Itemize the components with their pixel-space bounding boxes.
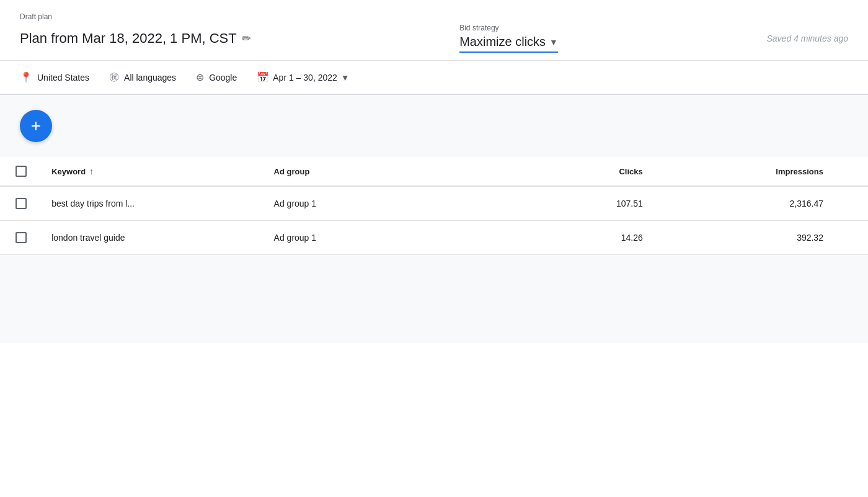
header-checkbox-col <box>0 157 42 186</box>
row-checkbox-0[interactable] <box>16 198 27 209</box>
adgroup-cell-1: Ad group 1 <box>264 221 459 255</box>
select-all-checkbox[interactable] <box>16 166 27 177</box>
location-icon: 📍 <box>20 71 32 83</box>
add-icon: + <box>31 116 41 136</box>
edit-icon[interactable]: ✏ <box>242 32 251 45</box>
bid-strategy-selector[interactable]: Maximize clicks ▼ <box>459 35 558 53</box>
adgroup-col-header[interactable]: Ad group <box>264 157 459 186</box>
filter-bar: 📍 United States ㊗ All languages ⊜ Google… <box>0 61 868 95</box>
extra-cell-1 <box>833 221 868 255</box>
table-row: london travel guide Ad group 1 14.26 392… <box>0 221 868 255</box>
network-label: Google <box>209 73 237 83</box>
adgroup-cell-0: Ad group 1 <box>264 186 459 221</box>
network-filter[interactable]: ⊜ Google <box>196 71 237 83</box>
impressions-cell-0: 2,316.47 <box>653 186 833 221</box>
row-checkbox-cell <box>0 186 42 221</box>
row-checkbox-cell <box>0 221 42 255</box>
clicks-cell-0: 107.51 <box>458 186 653 221</box>
plan-title-area: Plan from Mar 18, 2022, 1 PM, CST ✏ <box>20 30 251 47</box>
location-filter[interactable]: 📍 United States <box>20 71 89 83</box>
bid-strategy-dropdown-arrow: ▼ <box>549 37 558 47</box>
date-filter[interactable]: 📅 Apr 1 – 30, 2022 ▼ <box>257 71 349 83</box>
clicks-col-header[interactable]: Clicks <box>458 157 653 186</box>
table-section: + Keyword ↑ Ad grou <box>0 95 868 343</box>
bid-strategy-label: Bid strategy <box>459 24 498 32</box>
table-row: best day trips from l... Ad group 1 107.… <box>0 186 868 221</box>
table-body: best day trips from l... Ad group 1 107.… <box>0 186 868 255</box>
header-row: Plan from Mar 18, 2022, 1 PM, CST ✏ Bid … <box>20 24 848 53</box>
plan-title: Plan from Mar 18, 2022, 1 PM, CST <box>20 30 237 47</box>
table-header-row: Keyword ↑ Ad group Clicks Impressions <box>0 157 868 186</box>
clicks-cell-1: 14.26 <box>458 221 653 255</box>
add-button-row: + <box>0 95 868 157</box>
bid-strategy-value: Maximize clicks <box>459 35 546 49</box>
row-checkbox-1[interactable] <box>16 232 27 243</box>
saved-status: Saved 4 minutes ago <box>766 34 848 43</box>
date-range-label: Apr 1 – 30, 2022 <box>273 73 337 83</box>
table-wrapper: Keyword ↑ Ad group Clicks Impressions be… <box>0 157 868 255</box>
add-keyword-button[interactable]: + <box>20 110 52 142</box>
impressions-cell-1: 392.32 <box>653 221 833 255</box>
keyword-cell-0: best day trips from l... <box>42 186 264 221</box>
header-section: Draft plan Plan from Mar 18, 2022, 1 PM,… <box>0 0 868 61</box>
language-filter[interactable]: ㊗ All languages <box>109 71 176 84</box>
draft-label: Draft plan <box>20 12 848 21</box>
calendar-icon: 📅 <box>257 71 269 83</box>
network-icon: ⊜ <box>196 71 204 83</box>
sort-icon: ↑ <box>89 166 94 176</box>
bid-strategy-area: Bid strategy Maximize clicks ▼ <box>459 24 558 53</box>
language-label: All languages <box>124 73 176 83</box>
keyword-cell-1: london travel guide <box>42 221 264 255</box>
extra-col-header <box>833 157 868 186</box>
location-label: United States <box>37 73 89 83</box>
keyword-col-header[interactable]: Keyword ↑ <box>42 157 264 186</box>
language-icon: ㊗ <box>109 71 119 84</box>
date-dropdown-arrow: ▼ <box>341 73 350 83</box>
extra-cell-0 <box>833 186 868 221</box>
impressions-col-header[interactable]: Impressions <box>653 157 833 186</box>
keywords-table: Keyword ↑ Ad group Clicks Impressions be… <box>0 157 868 255</box>
